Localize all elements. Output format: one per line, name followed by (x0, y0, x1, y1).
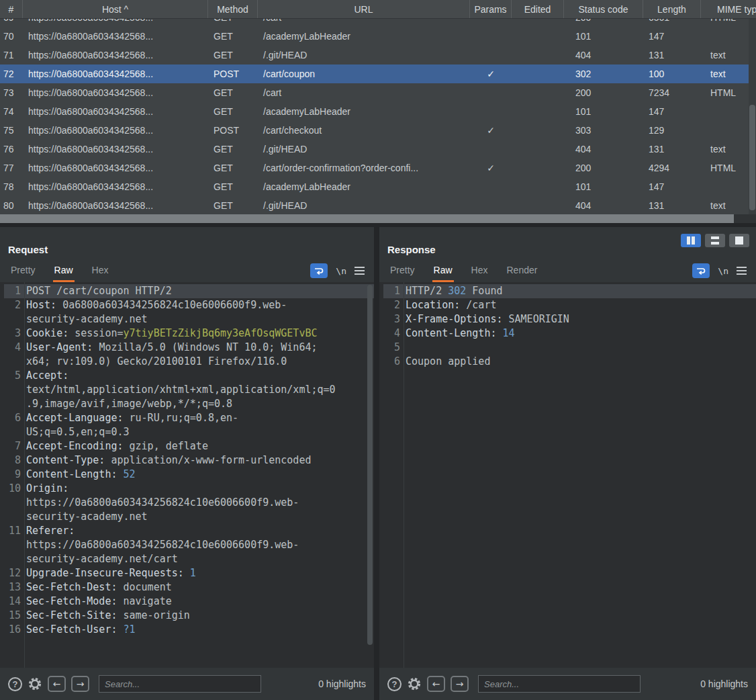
table-row[interactable]: 78https://0a6800a6034342568...GET/academ… (0, 177, 756, 196)
cell-url: /cart/order-confirmation?order-confi... (258, 163, 470, 173)
request-editor-scrollbar-thumb[interactable] (367, 285, 373, 645)
layout-columns-button[interactable] (681, 234, 701, 247)
help-icon[interactable]: ? (8, 677, 22, 691)
cell-status: 200 (564, 19, 643, 23)
request-tab-pretty[interactable]: Pretty (9, 261, 37, 282)
column-header-1[interactable]: Host ^ (23, 0, 208, 18)
cell-status: 404 (564, 144, 643, 155)
column-header-4[interactable]: Params (470, 0, 512, 18)
horizontal-scrollbar-thumb[interactable] (0, 214, 734, 223)
cell-mime: text (701, 144, 756, 155)
response-tab-render[interactable]: Render (506, 261, 539, 282)
column-header-5[interactable]: Edited (512, 0, 564, 18)
request-panel-header: Request (0, 227, 374, 259)
cell-mime: HTML (701, 163, 756, 173)
table-row[interactable]: 80https://0a6800a6034342568...GET/.git/H… (0, 196, 756, 214)
request-editor-controls: \n (310, 263, 365, 282)
column-header-7[interactable]: Length (643, 0, 701, 18)
request-tab-hex[interactable]: Hex (91, 261, 110, 282)
cell-status: 404 (564, 200, 643, 211)
split-divider[interactable] (374, 227, 379, 700)
cell-method: POST (208, 125, 258, 136)
code-line: 1POST /cart/coupon HTTP/2 (4, 284, 374, 298)
request-editor[interactable]: 1POST /cart/coupon HTTP/22Host: 0a6800a6… (0, 282, 374, 668)
request-search-toolbar: ? ← → 0 highlights (0, 668, 374, 700)
layout-rows-button[interactable] (705, 234, 725, 247)
prev-match-button[interactable]: ← (48, 676, 66, 692)
cell-params: ✓ (470, 69, 512, 79)
cell-method: GET (208, 50, 258, 60)
cell-host: https://0a6800a6034342568... (23, 50, 208, 60)
response-editor[interactable]: 1HTTP/2 302 Found2Location: /cart3X-Fram… (379, 282, 756, 668)
column-header-6[interactable]: Status code (564, 0, 643, 18)
cell-method: GET (208, 31, 258, 42)
soft-wrap-button[interactable] (692, 263, 710, 278)
cell-mime: text (701, 50, 756, 60)
cell-length: 131 (643, 50, 701, 60)
next-match-button[interactable]: → (451, 676, 469, 692)
cell-url: /academyLabHeader (258, 106, 470, 117)
table-row[interactable]: 77https://0a6800a6034342568...GET/cart/o… (0, 159, 756, 177)
response-search-input[interactable] (478, 675, 641, 693)
layout-single-button[interactable] (729, 234, 749, 247)
code-line: 6Coupon applied (383, 355, 756, 369)
response-tab-raw[interactable]: Raw (432, 261, 454, 282)
column-header-8[interactable]: MIME type (701, 0, 756, 18)
response-tab-pretty[interactable]: Pretty (389, 261, 416, 282)
newline-toggle[interactable]: \n (718, 266, 728, 276)
cell-method: GET (208, 200, 258, 211)
request-search-input[interactable] (99, 675, 261, 693)
cell-url: /academyLabHeader (258, 31, 470, 42)
table-row[interactable]: 74https://0a6800a6034342568...GET/academ… (0, 102, 756, 121)
request-tab-raw[interactable]: Raw (53, 261, 75, 282)
code-line: 4Content-Length: 14 (383, 326, 756, 341)
vertical-scrollbar-thumb[interactable] (749, 105, 755, 210)
settings-gear-icon[interactable] (28, 676, 42, 691)
editor-menu-icon[interactable] (355, 267, 365, 275)
response-panel: Response Pretty Raw Hex Render (379, 227, 756, 700)
cell-n: 80 (0, 200, 23, 211)
table-row[interactable]: 75https://0a6800a6034342568...POST/cart/… (0, 121, 756, 140)
table-row[interactable]: 73https://0a6800a6034342568...GET/cart20… (0, 83, 756, 102)
cell-length: 4294 (643, 163, 701, 173)
response-panel-title: Response (387, 244, 436, 255)
column-header-0[interactable]: # (0, 0, 23, 18)
table-row[interactable]: 70https://0a6800a6034342568...GET/academ… (0, 27, 756, 46)
message-editor-split: Request Pretty Raw Hex \n 1POST /cart/co… (0, 223, 756, 700)
cell-method: GET (208, 87, 258, 98)
settings-gear-icon[interactable] (407, 676, 422, 691)
table-row[interactable]: 69https://0a6800a6034342568...GET/cart20… (0, 19, 756, 27)
cell-status: 404 (564, 50, 643, 60)
table-row[interactable]: 76https://0a6800a6034342568...GET/.git/H… (0, 140, 756, 159)
column-header-2[interactable]: Method (208, 0, 258, 18)
table-row[interactable]: 72https://0a6800a6034342568...POST/cart/… (0, 64, 756, 83)
newline-toggle[interactable]: \n (336, 266, 346, 276)
cell-n: 77 (0, 163, 23, 173)
help-icon[interactable]: ? (387, 677, 401, 691)
cell-url: /cart (258, 19, 470, 23)
code-line: 6Accept-Language: ru-RU,ru;q=0.8,en-US;q… (4, 411, 374, 439)
prev-match-button[interactable]: ← (427, 676, 445, 692)
cell-length: 129 (643, 125, 701, 136)
soft-wrap-button[interactable] (310, 263, 328, 278)
code-line: 3X-Frame-Options: SAMEORIGIN (383, 312, 756, 326)
cell-url: /cart/coupon (258, 69, 470, 79)
cell-method: GET (208, 144, 258, 155)
table-vertical-scrollbar[interactable] (749, 19, 756, 214)
editor-menu-icon[interactable] (737, 267, 747, 275)
code-line: 7Accept-Encoding: gzip, deflate (4, 439, 374, 453)
table-horizontal-scrollbar[interactable] (0, 214, 756, 223)
column-header-3[interactable]: URL (258, 0, 470, 18)
cell-host: https://0a6800a6034342568... (23, 106, 208, 117)
next-match-button[interactable]: → (71, 676, 89, 692)
cell-host: https://0a6800a6034342568... (23, 163, 208, 173)
cell-length: 147 (643, 106, 701, 117)
response-tab-hex[interactable]: Hex (470, 261, 489, 282)
request-editor-scrollbar[interactable] (367, 285, 373, 664)
table-row[interactable]: 71https://0a6800a6034342568...GET/.git/H… (0, 46, 756, 64)
code-line: 4User-Agent: Mozilla/5.0 (Windows NT 10.… (4, 341, 374, 369)
cell-length: 147 (643, 181, 701, 192)
cell-status: 200 (564, 163, 643, 173)
cell-url: /cart (258, 87, 470, 98)
code-line: 5 (383, 341, 756, 355)
